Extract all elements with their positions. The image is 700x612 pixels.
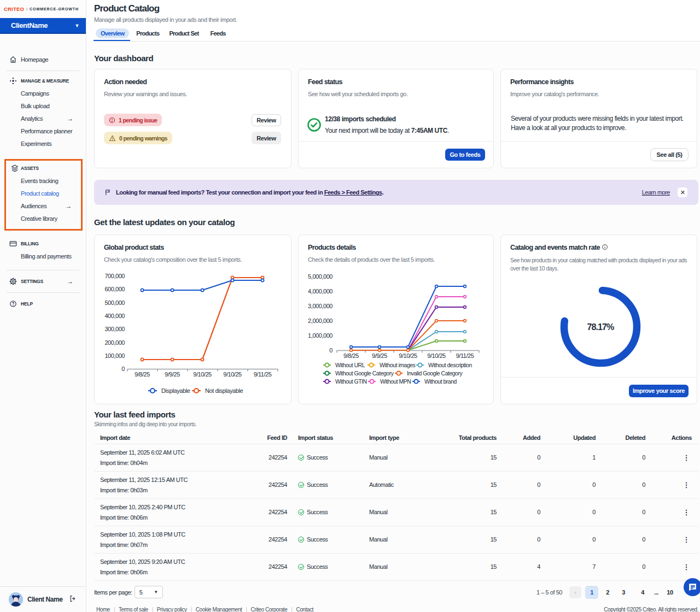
svg-text:200,000: 200,000	[104, 339, 125, 346]
svg-text:9/9/25: 9/9/25	[372, 352, 387, 359]
svg-text:500,000: 500,000	[104, 299, 125, 306]
svg-text:5,000,000: 5,000,000	[308, 273, 332, 280]
svg-text:Invalid Google Category: Invalid Google Category	[407, 370, 463, 376]
svg-text:Without URL: Without URL	[335, 362, 365, 368]
svg-text:9/10/25: 9/10/25	[399, 352, 417, 359]
svg-text:Without images: Without images	[380, 362, 416, 368]
svg-text:300,000: 300,000	[104, 326, 125, 332]
svg-text:78.17%: 78.17%	[587, 322, 615, 332]
svg-text:9/10/25: 9/10/25	[193, 371, 212, 378]
svg-text:9/10/25: 9/10/25	[427, 352, 446, 359]
svg-text:4,000,000: 4,000,000	[308, 288, 332, 295]
svg-text:Without GTIN: Without GTIN	[335, 378, 367, 385]
svg-text:9/8/25: 9/8/25	[135, 371, 150, 378]
svg-text:0: 0	[121, 366, 125, 372]
svg-text:3,000,000: 3,000,000	[308, 303, 332, 309]
svg-text:9/11/25: 9/11/25	[456, 352, 474, 359]
svg-text:1,000,000: 1,000,000	[308, 332, 332, 339]
svg-text:Not displayable: Not displayable	[205, 387, 243, 394]
svg-text:100,000: 100,000	[104, 352, 125, 359]
svg-text:Without Google Category: Without Google Category	[335, 370, 394, 376]
svg-text:2,000,000: 2,000,000	[308, 317, 332, 324]
svg-text:9/11/25: 9/11/25	[254, 371, 272, 378]
svg-text:400,000: 400,000	[104, 313, 125, 319]
svg-text:Without description: Without description	[428, 362, 472, 368]
svg-text:700,000: 700,000	[104, 273, 125, 279]
svg-text:Without brand: Without brand	[424, 378, 457, 385]
svg-text:9/9/25: 9/9/25	[165, 371, 180, 378]
svg-text:9/8/25: 9/8/25	[343, 352, 359, 359]
svg-text:Without MPN: Without MPN	[380, 378, 411, 385]
svg-text:9/10/25: 9/10/25	[223, 371, 242, 378]
svg-text:Displayable: Displayable	[161, 387, 190, 394]
svg-text:600,000: 600,000	[104, 286, 125, 292]
svg-text:0: 0	[329, 347, 332, 354]
